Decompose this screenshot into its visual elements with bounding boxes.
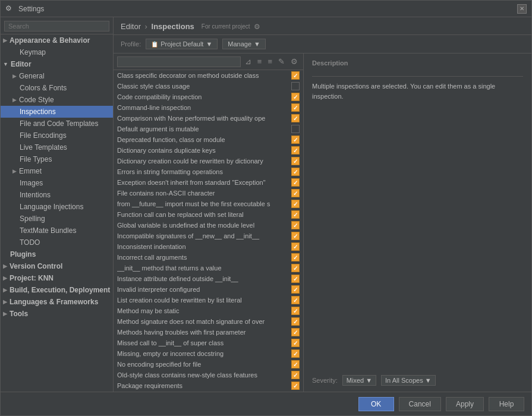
inspection-checkbox[interactable]: ✓ <box>291 135 300 144</box>
cancel-button[interactable]: Cancel <box>399 397 441 411</box>
inspection-row[interactable]: Incompatible signatures of __new__ and _… <box>114 231 303 241</box>
inspection-row[interactable]: Dictionary contains duplicate keys✓ <box>114 145 303 156</box>
help-button[interactable]: Help <box>489 397 524 411</box>
sidebar-item-spelling[interactable]: Spelling <box>1 213 113 225</box>
sidebar-item-live-templates[interactable]: Live Templates <box>1 141 113 153</box>
inspections-search-input[interactable] <box>117 56 241 67</box>
inspection-row[interactable]: No encoding specified for file✓ <box>114 359 303 370</box>
inspection-checkbox[interactable]: ✓ <box>291 275 300 283</box>
edit-button[interactable]: ✎ <box>276 56 287 67</box>
sidebar-item-todo[interactable]: TODO <box>1 237 113 248</box>
inspection-checkbox[interactable]: ✓ <box>291 339 300 347</box>
sidebar-item-general[interactable]: ▶General <box>1 70 113 82</box>
expand-all-button[interactable]: ≡ <box>256 56 264 67</box>
inspection-row[interactable]: Errors in string formatting operations✓ <box>114 166 303 177</box>
inspection-row[interactable]: Instance attribute defined outside __ini… <box>114 273 303 284</box>
inspection-row[interactable]: Global variable is undefined at the modu… <box>114 220 303 231</box>
inspection-row[interactable]: File contains non-ASCII character✓ <box>114 188 303 198</box>
inspection-row[interactable]: Class specific decorator on method outsi… <box>114 70 303 81</box>
inspection-checkbox[interactable]: ✓ <box>291 93 300 101</box>
sidebar-item-keymap[interactable]: Keymap <box>1 46 113 58</box>
inspection-row[interactable]: Missed call to __init__ of super class✓ <box>114 338 303 348</box>
filter-button[interactable]: ⊿ <box>243 56 253 67</box>
inspection-row[interactable]: Dictionary creation could be rewritten b… <box>114 156 303 166</box>
inspection-row[interactable]: Methods having troubles with first param… <box>114 327 303 338</box>
inspection-row[interactable]: Invalid interpreter configured✓ <box>114 284 303 295</box>
inspection-row[interactable]: Missing, empty or incorrect docstring✓ <box>114 348 303 359</box>
inspection-checkbox[interactable]: ✓ <box>291 253 300 261</box>
inspection-row[interactable]: from __future__ import must be the first… <box>114 198 303 209</box>
inspection-row[interactable]: Package requirements✓ <box>114 380 303 391</box>
sidebar-item-inspections[interactable]: Inspections <box>1 106 113 118</box>
manage-dropdown[interactable]: Manage ▼ <box>222 39 266 49</box>
sidebar-item-emmet[interactable]: ▶Emmet <box>1 165 113 177</box>
sidebar-item-plugins[interactable]: Plugins <box>1 248 113 260</box>
sidebar-item-intentions[interactable]: Intentions <box>1 189 113 201</box>
inspection-row[interactable]: Command-line inspection✓ <box>114 102 303 113</box>
inspection-checkbox[interactable]: ✓ <box>291 232 300 240</box>
sidebar-item-file-encodings[interactable]: File Encodings <box>1 130 113 141</box>
profile-dropdown[interactable]: 📋 Project Default ▼ <box>146 39 218 49</box>
scope-dropdown[interactable]: In All Scopes ▼ <box>381 375 435 386</box>
inspection-checkbox[interactable]: ✓ <box>291 146 300 155</box>
inspection-checkbox[interactable]: ✓ <box>291 382 300 390</box>
inspection-checkbox[interactable]: ✓ <box>291 264 300 272</box>
inspection-checkbox[interactable]: ✓ <box>291 157 300 165</box>
inspection-row[interactable]: Deprecated function, class or module✓ <box>114 134 303 145</box>
inspection-checkbox[interactable]: ✓ <box>291 103 300 112</box>
inspection-checkbox[interactable]: ✓ <box>291 328 300 336</box>
inspection-checkbox[interactable]: ✓ <box>291 296 300 304</box>
inspection-checkbox[interactable]: ✓ <box>291 168 300 176</box>
sidebar-item-textmate-bundles[interactable]: TextMate Bundles <box>1 225 113 237</box>
inspection-checkbox[interactable]: ✓ <box>291 210 300 219</box>
inspection-checkbox[interactable]: ✓ <box>291 307 300 315</box>
inspection-checkbox[interactable]: ✓ <box>291 200 300 208</box>
inspection-row[interactable]: Classic style class usage <box>114 81 303 92</box>
collapse-all-button[interactable]: ≡ <box>266 56 274 67</box>
inspection-row[interactable]: Function call can be replaced with set l… <box>114 209 303 220</box>
inspection-checkbox[interactable]: ✓ <box>291 360 300 368</box>
inspection-checkbox[interactable]: ✓ <box>291 285 300 294</box>
sidebar-item-build-exec-deploy[interactable]: ▶Build, Execution, Deployment <box>1 284 113 296</box>
inspection-row[interactable]: Inconsistent indentation✓ <box>114 241 303 252</box>
sidebar-item-file-types[interactable]: File Types <box>1 153 113 165</box>
inspection-row[interactable]: Exception doesn't inherit from standard … <box>114 177 303 188</box>
inspection-row[interactable]: Default argument is mutable <box>114 124 303 134</box>
inspection-row[interactable]: List creation could be rewritten by list… <box>114 295 303 305</box>
inspection-row[interactable]: __init__ method that returns a value✓ <box>114 263 303 273</box>
inspection-checkbox[interactable]: ✓ <box>291 178 300 187</box>
close-button[interactable]: ✕ <box>517 4 527 14</box>
inspection-row[interactable]: Code compatibility inspection✓ <box>114 92 303 102</box>
inspection-checkbox[interactable]: ✓ <box>291 242 300 251</box>
inspection-row[interactable]: Comparison with None performed with equa… <box>114 113 303 124</box>
apply-button[interactable]: Apply <box>446 397 484 411</box>
sidebar-item-version-control[interactable]: ▶Version Control <box>1 260 113 272</box>
options-button[interactable]: ⚙ <box>289 56 300 67</box>
inspection-checkbox-empty[interactable] <box>291 82 300 90</box>
sidebar-item-file-code-templates[interactable]: File and Code Templates <box>1 118 113 130</box>
inspection-row[interactable]: Old-style class contains new-style class… <box>114 370 303 380</box>
inspection-checkbox[interactable]: ✓ <box>291 221 300 229</box>
inspection-checkbox[interactable]: ✓ <box>291 317 300 326</box>
sidebar-item-code-style[interactable]: ▶Code Style <box>1 94 113 106</box>
inspection-checkbox[interactable]: ✓ <box>291 71 300 80</box>
sidebar-item-images[interactable]: Images <box>1 177 113 189</box>
sidebar-item-tools[interactable]: ▶Tools <box>1 308 113 320</box>
sidebar-item-colors-fonts[interactable]: Colors & Fonts <box>1 82 113 94</box>
ok-button[interactable]: OK <box>358 397 394 411</box>
inspection-checkbox[interactable]: ✓ <box>291 371 300 379</box>
sidebar-item-languages-frameworks[interactable]: ▶Languages & Frameworks <box>1 296 113 308</box>
inspection-checkbox[interactable]: ✓ <box>291 189 300 197</box>
sidebar-search-input[interactable] <box>4 21 109 31</box>
severity-dropdown[interactable]: Mixed ▼ <box>342 375 376 386</box>
inspection-row[interactable]: Incorrect call arguments✓ <box>114 252 303 263</box>
sidebar-item-language-injections[interactable]: Language Injections <box>1 201 113 213</box>
sidebar-item-appearance[interactable]: ▶Appearance & Behavior <box>1 34 113 46</box>
inspection-row[interactable]: Method signature does not match signatur… <box>114 316 303 327</box>
sidebar-item-editor[interactable]: ▼Editor <box>1 58 113 70</box>
inspection-checkbox[interactable]: ✓ <box>291 349 300 358</box>
inspection-row[interactable]: Method may be static✓ <box>114 305 303 316</box>
inspection-checkbox-empty[interactable] <box>291 125 300 133</box>
sidebar-item-project-knn[interactable]: ▶Project: KNN <box>1 272 113 284</box>
inspection-checkbox[interactable]: ✓ <box>291 114 300 122</box>
